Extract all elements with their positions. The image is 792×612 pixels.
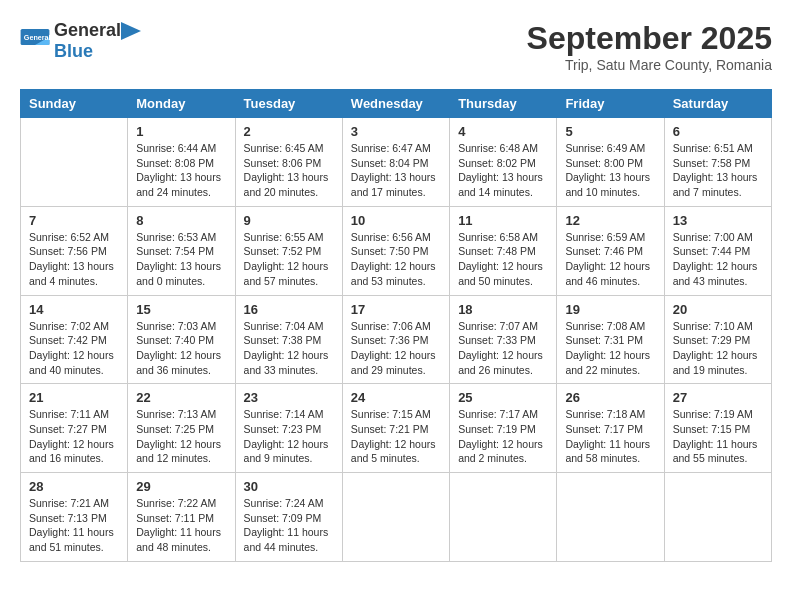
calendar-cell: 1Sunrise: 6:44 AMSunset: 8:08 PMDaylight… bbox=[128, 118, 235, 207]
day-number: 1 bbox=[136, 124, 226, 139]
calendar-cell bbox=[342, 473, 449, 562]
day-of-week-header: Friday bbox=[557, 90, 664, 118]
day-number: 24 bbox=[351, 390, 441, 405]
header-row: SundayMondayTuesdayWednesdayThursdayFrid… bbox=[21, 90, 772, 118]
logo-icon: General bbox=[20, 29, 50, 53]
calendar-cell: 9Sunrise: 6:55 AMSunset: 7:52 PMDaylight… bbox=[235, 206, 342, 295]
calendar-cell: 24Sunrise: 7:15 AMSunset: 7:21 PMDayligh… bbox=[342, 384, 449, 473]
day-number: 29 bbox=[136, 479, 226, 494]
calendar-cell: 26Sunrise: 7:18 AMSunset: 7:17 PMDayligh… bbox=[557, 384, 664, 473]
calendar-cell: 22Sunrise: 7:13 AMSunset: 7:25 PMDayligh… bbox=[128, 384, 235, 473]
day-number: 3 bbox=[351, 124, 441, 139]
day-number: 27 bbox=[673, 390, 763, 405]
day-info: Sunrise: 7:21 AMSunset: 7:13 PMDaylight:… bbox=[29, 496, 119, 555]
day-info: Sunrise: 6:52 AMSunset: 7:56 PMDaylight:… bbox=[29, 230, 119, 289]
calendar-cell: 18Sunrise: 7:07 AMSunset: 7:33 PMDayligh… bbox=[450, 295, 557, 384]
day-info: Sunrise: 7:11 AMSunset: 7:27 PMDaylight:… bbox=[29, 407, 119, 466]
day-info: Sunrise: 7:08 AMSunset: 7:31 PMDaylight:… bbox=[565, 319, 655, 378]
day-info: Sunrise: 7:17 AMSunset: 7:19 PMDaylight:… bbox=[458, 407, 548, 466]
day-of-week-header: Monday bbox=[128, 90, 235, 118]
calendar-cell bbox=[664, 473, 771, 562]
title-area: September 2025 Trip, Satu Mare County, R… bbox=[527, 20, 772, 73]
svg-text:General: General bbox=[24, 33, 50, 42]
day-number: 23 bbox=[244, 390, 334, 405]
day-number: 7 bbox=[29, 213, 119, 228]
calendar-cell: 6Sunrise: 6:51 AMSunset: 7:58 PMDaylight… bbox=[664, 118, 771, 207]
day-info: Sunrise: 7:15 AMSunset: 7:21 PMDaylight:… bbox=[351, 407, 441, 466]
day-of-week-header: Thursday bbox=[450, 90, 557, 118]
day-info: Sunrise: 7:03 AMSunset: 7:40 PMDaylight:… bbox=[136, 319, 226, 378]
day-number: 13 bbox=[673, 213, 763, 228]
calendar-cell: 10Sunrise: 6:56 AMSunset: 7:50 PMDayligh… bbox=[342, 206, 449, 295]
calendar-cell: 23Sunrise: 7:14 AMSunset: 7:23 PMDayligh… bbox=[235, 384, 342, 473]
day-info: Sunrise: 6:44 AMSunset: 8:08 PMDaylight:… bbox=[136, 141, 226, 200]
calendar-cell: 5Sunrise: 6:49 AMSunset: 8:00 PMDaylight… bbox=[557, 118, 664, 207]
calendar-cell: 25Sunrise: 7:17 AMSunset: 7:19 PMDayligh… bbox=[450, 384, 557, 473]
day-info: Sunrise: 6:53 AMSunset: 7:54 PMDaylight:… bbox=[136, 230, 226, 289]
calendar-cell: 30Sunrise: 7:24 AMSunset: 7:09 PMDayligh… bbox=[235, 473, 342, 562]
day-number: 25 bbox=[458, 390, 548, 405]
day-number: 16 bbox=[244, 302, 334, 317]
day-number: 14 bbox=[29, 302, 119, 317]
page-header: General General Blue September 2025 Trip… bbox=[20, 20, 772, 73]
day-info: Sunrise: 7:07 AMSunset: 7:33 PMDaylight:… bbox=[458, 319, 548, 378]
calendar-cell: 27Sunrise: 7:19 AMSunset: 7:15 PMDayligh… bbox=[664, 384, 771, 473]
day-info: Sunrise: 6:55 AMSunset: 7:52 PMDaylight:… bbox=[244, 230, 334, 289]
day-info: Sunrise: 6:48 AMSunset: 8:02 PMDaylight:… bbox=[458, 141, 548, 200]
day-of-week-header: Tuesday bbox=[235, 90, 342, 118]
day-info: Sunrise: 7:13 AMSunset: 7:25 PMDaylight:… bbox=[136, 407, 226, 466]
calendar-cell bbox=[450, 473, 557, 562]
day-info: Sunrise: 6:47 AMSunset: 8:04 PMDaylight:… bbox=[351, 141, 441, 200]
day-info: Sunrise: 6:49 AMSunset: 8:00 PMDaylight:… bbox=[565, 141, 655, 200]
day-number: 11 bbox=[458, 213, 548, 228]
calendar-table: SundayMondayTuesdayWednesdayThursdayFrid… bbox=[20, 89, 772, 562]
day-info: Sunrise: 6:58 AMSunset: 7:48 PMDaylight:… bbox=[458, 230, 548, 289]
calendar-cell: 2Sunrise: 6:45 AMSunset: 8:06 PMDaylight… bbox=[235, 118, 342, 207]
day-info: Sunrise: 7:14 AMSunset: 7:23 PMDaylight:… bbox=[244, 407, 334, 466]
day-number: 9 bbox=[244, 213, 334, 228]
day-info: Sunrise: 6:59 AMSunset: 7:46 PMDaylight:… bbox=[565, 230, 655, 289]
day-number: 17 bbox=[351, 302, 441, 317]
day-info: Sunrise: 7:18 AMSunset: 7:17 PMDaylight:… bbox=[565, 407, 655, 466]
day-of-week-header: Wednesday bbox=[342, 90, 449, 118]
month-title: September 2025 bbox=[527, 20, 772, 57]
day-info: Sunrise: 6:45 AMSunset: 8:06 PMDaylight:… bbox=[244, 141, 334, 200]
calendar-cell: 29Sunrise: 7:22 AMSunset: 7:11 PMDayligh… bbox=[128, 473, 235, 562]
calendar-cell: 15Sunrise: 7:03 AMSunset: 7:40 PMDayligh… bbox=[128, 295, 235, 384]
day-number: 8 bbox=[136, 213, 226, 228]
location-subtitle: Trip, Satu Mare County, Romania bbox=[527, 57, 772, 73]
logo: General General Blue bbox=[20, 20, 141, 62]
calendar-cell: 4Sunrise: 6:48 AMSunset: 8:02 PMDaylight… bbox=[450, 118, 557, 207]
calendar-cell: 21Sunrise: 7:11 AMSunset: 7:27 PMDayligh… bbox=[21, 384, 128, 473]
day-number: 18 bbox=[458, 302, 548, 317]
day-info: Sunrise: 7:22 AMSunset: 7:11 PMDaylight:… bbox=[136, 496, 226, 555]
day-info: Sunrise: 7:19 AMSunset: 7:15 PMDaylight:… bbox=[673, 407, 763, 466]
day-info: Sunrise: 7:24 AMSunset: 7:09 PMDaylight:… bbox=[244, 496, 334, 555]
calendar-cell: 3Sunrise: 6:47 AMSunset: 8:04 PMDaylight… bbox=[342, 118, 449, 207]
calendar-cell: 13Sunrise: 7:00 AMSunset: 7:44 PMDayligh… bbox=[664, 206, 771, 295]
calendar-cell: 28Sunrise: 7:21 AMSunset: 7:13 PMDayligh… bbox=[21, 473, 128, 562]
day-number: 4 bbox=[458, 124, 548, 139]
day-info: Sunrise: 7:10 AMSunset: 7:29 PMDaylight:… bbox=[673, 319, 763, 378]
day-info: Sunrise: 7:02 AMSunset: 7:42 PMDaylight:… bbox=[29, 319, 119, 378]
calendar-cell: 12Sunrise: 6:59 AMSunset: 7:46 PMDayligh… bbox=[557, 206, 664, 295]
week-row: 7Sunrise: 6:52 AMSunset: 7:56 PMDaylight… bbox=[21, 206, 772, 295]
calendar-cell: 8Sunrise: 6:53 AMSunset: 7:54 PMDaylight… bbox=[128, 206, 235, 295]
calendar-cell: 16Sunrise: 7:04 AMSunset: 7:38 PMDayligh… bbox=[235, 295, 342, 384]
day-number: 21 bbox=[29, 390, 119, 405]
day-number: 19 bbox=[565, 302, 655, 317]
day-info: Sunrise: 7:00 AMSunset: 7:44 PMDaylight:… bbox=[673, 230, 763, 289]
day-number: 30 bbox=[244, 479, 334, 494]
calendar-cell bbox=[21, 118, 128, 207]
logo-general-text: General bbox=[54, 20, 121, 41]
day-number: 12 bbox=[565, 213, 655, 228]
logo-arrow-icon bbox=[121, 22, 141, 40]
calendar-cell: 20Sunrise: 7:10 AMSunset: 7:29 PMDayligh… bbox=[664, 295, 771, 384]
day-number: 2 bbox=[244, 124, 334, 139]
day-number: 26 bbox=[565, 390, 655, 405]
calendar-cell: 19Sunrise: 7:08 AMSunset: 7:31 PMDayligh… bbox=[557, 295, 664, 384]
day-number: 20 bbox=[673, 302, 763, 317]
week-row: 28Sunrise: 7:21 AMSunset: 7:13 PMDayligh… bbox=[21, 473, 772, 562]
day-number: 28 bbox=[29, 479, 119, 494]
day-number: 22 bbox=[136, 390, 226, 405]
